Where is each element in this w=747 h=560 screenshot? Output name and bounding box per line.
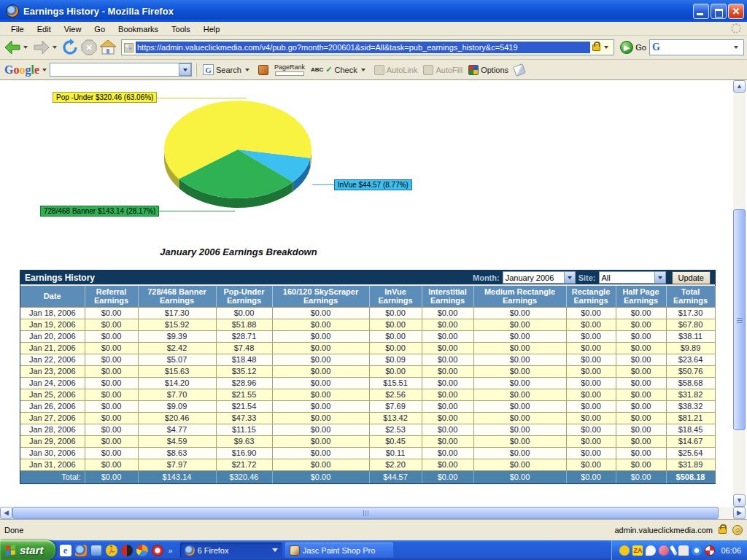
update-button[interactable]: Update xyxy=(672,271,711,284)
value-cell: $0.00 xyxy=(272,459,369,470)
value-cell: $0.00 xyxy=(422,424,473,435)
autofill-button[interactable]: AutoFill xyxy=(420,65,465,75)
chevron-down-icon[interactable] xyxy=(654,272,665,283)
taskbar-group-dropdown-icon[interactable] xyxy=(272,548,278,552)
hand-cursor-icon[interactable] xyxy=(678,545,689,556)
value-cell: $0.00 xyxy=(473,330,566,342)
scroll-up-button[interactable]: ▲ xyxy=(733,80,746,93)
google-logo-dropdown-icon[interactable] xyxy=(42,69,47,71)
menu-tools[interactable]: Tools xyxy=(165,23,197,35)
horizontal-scroll-thumb[interactable] xyxy=(12,507,719,519)
value-cell: $0.00 xyxy=(369,319,422,330)
reload-button[interactable] xyxy=(61,39,79,56)
zonealarm-icon[interactable]: ZA xyxy=(632,545,643,556)
menu-view[interactable]: View xyxy=(58,23,88,35)
pinwheel-icon[interactable] xyxy=(705,545,715,556)
options-button[interactable]: Options xyxy=(465,65,511,75)
menu-edit[interactable]: Edit xyxy=(31,23,58,35)
highlighter-pen-icon xyxy=(513,63,526,77)
invue-slice-label: InVue $44.57 (8.77%) xyxy=(334,179,412,190)
google-search-history-icon[interactable] xyxy=(179,63,191,76)
chat-bubble-icon[interactable] xyxy=(646,545,656,556)
media-player-icon[interactable] xyxy=(121,545,133,556)
taskbar-item-paintshop[interactable]: Jasc Paint Shop Pro xyxy=(285,542,393,558)
autolink-button[interactable]: AutoLink xyxy=(371,65,421,75)
value-cell: $9.89 xyxy=(666,342,715,354)
url-bar[interactable]: https://admin.valueclickmedia.com/v4/pub… xyxy=(121,39,614,55)
window-titlebar[interactable]: Earnings History - Mozilla Firefox ✕ xyxy=(0,0,747,22)
date-cell: Jan 21, 2006 xyxy=(20,342,85,354)
messenger-icon[interactable] xyxy=(659,545,669,556)
table-row: Jan 22, 2006$0.00$5.07$18.48$0.00$0.09$0… xyxy=(20,354,715,365)
month-select[interactable]: January 2006 xyxy=(503,271,576,284)
aim-icon[interactable]: 🏃 xyxy=(106,545,117,556)
date-cell: Jan 20, 2006 xyxy=(20,330,85,342)
banner-slice-label: 728/468 Banner $143.14 (28.17%) xyxy=(40,206,159,217)
restore-button[interactable] xyxy=(711,4,727,19)
horizontal-scrollbar[interactable]: ◀ ▶ xyxy=(0,507,746,519)
menu-bookmarks[interactable]: Bookmarks xyxy=(112,23,165,35)
quicktime-icon[interactable] xyxy=(692,545,702,556)
google-toolbar-search-input[interactable] xyxy=(50,63,192,77)
value-cell: $67.80 xyxy=(666,319,715,330)
quick-launch-overflow-icon[interactable]: » xyxy=(169,546,173,555)
value-cell: $0.00 xyxy=(566,447,616,459)
news-button[interactable] xyxy=(255,65,271,75)
value-cell: $0.00 xyxy=(566,389,616,400)
highlighter-button[interactable] xyxy=(511,65,527,75)
start-button[interactable]: start xyxy=(0,540,55,560)
date-cell: Jan 28, 2006 xyxy=(20,424,85,435)
close-button[interactable]: ✕ xyxy=(728,4,744,19)
value-cell: $0.00 xyxy=(216,307,272,319)
google-search-box[interactable]: G xyxy=(649,39,744,55)
firefox-icon[interactable] xyxy=(75,545,87,556)
menu-file[interactable]: File xyxy=(4,23,31,35)
internet-explorer-icon[interactable]: e xyxy=(60,545,71,556)
url-input[interactable]: https://admin.valueclickmedia.com/v4/pub… xyxy=(136,42,590,53)
spellcheck-button[interactable]: ABC ✓ Check xyxy=(308,65,371,74)
value-cell: $0.00 xyxy=(272,319,369,330)
back-dropdown-icon[interactable] xyxy=(23,46,28,49)
scroll-left-button[interactable]: ◀ xyxy=(0,507,12,519)
scroll-down-button[interactable]: ▼ xyxy=(733,494,746,507)
value-cell: $58.68 xyxy=(666,377,715,389)
go-button[interactable]: ▶ Go xyxy=(620,41,646,54)
url-dropdown-icon[interactable] xyxy=(604,46,608,49)
pagerank-indicator[interactable]: PageRank xyxy=(271,64,308,76)
smiley-icon[interactable]: ☺ xyxy=(732,525,743,535)
table-row: Jan 30, 2006$0.00$8.63$16.90$0.00$0.11$0… xyxy=(20,447,715,459)
stop-button[interactable]: ✕ xyxy=(80,39,98,56)
popunder-slice-label: Pop -Under $320.46 (63.06%) xyxy=(53,92,157,103)
menu-go[interactable]: Go xyxy=(88,23,112,35)
minimize-button[interactable] xyxy=(693,4,709,19)
site-select[interactable]: All xyxy=(599,271,666,284)
search-dropdown-icon[interactable] xyxy=(734,46,738,49)
value-cell: $0.00 xyxy=(272,447,369,459)
back-button[interactable] xyxy=(3,39,31,56)
pencil-icon[interactable] xyxy=(670,545,678,556)
total-value-cell: $0.00 xyxy=(616,470,666,483)
google-search-button[interactable]: G Search xyxy=(200,64,255,75)
value-cell: $81.21 xyxy=(666,412,715,424)
vertical-scrollbar[interactable]: ▲ ▼ xyxy=(733,80,746,507)
value-cell: $0.00 xyxy=(566,412,616,424)
date-cell: Jan 26, 2006 xyxy=(20,400,85,412)
forward-dropdown-icon[interactable] xyxy=(53,46,57,49)
chevron-down-icon[interactable] xyxy=(564,272,575,283)
home-button[interactable] xyxy=(99,39,117,56)
msn-icon[interactable] xyxy=(136,545,148,556)
table-row: Jan 20, 2006$0.00$9.39$28.71$0.00$0.00$0… xyxy=(20,330,715,342)
taskbar-item-firefox[interactable]: 6 Firefox xyxy=(180,542,282,558)
forward-button[interactable] xyxy=(32,39,60,56)
value-cell: $0.11 xyxy=(369,447,422,459)
total-value-cell: $0.00 xyxy=(422,470,473,483)
vertical-scroll-thumb[interactable] xyxy=(733,209,746,430)
taskbar-clock: 06:06 xyxy=(721,546,741,555)
opera-icon[interactable] xyxy=(152,545,163,556)
aim-tray-icon[interactable] xyxy=(619,545,630,556)
scroll-right-button[interactable]: ▶ xyxy=(733,507,746,519)
google-logo[interactable]: Google xyxy=(4,63,39,77)
google-toolbar: Google G Search PageRank ABC ✓ Check xyxy=(0,60,747,80)
mail-icon[interactable] xyxy=(90,545,102,556)
menu-help[interactable]: Help xyxy=(197,23,227,35)
